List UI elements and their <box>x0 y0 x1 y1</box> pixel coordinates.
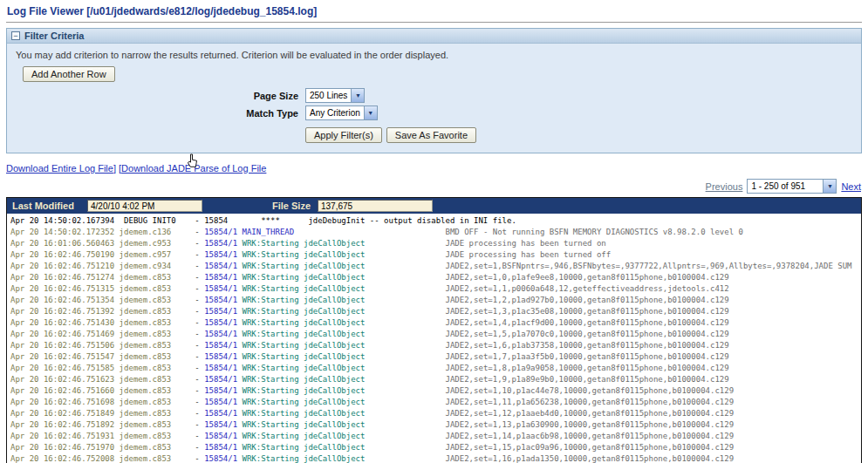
page-title: Log File Viewer [/u01/jdedwards/e812/log… <box>6 3 862 23</box>
log-line: Apr 20 16:02:46.751849 jdemem.c853 - 158… <box>10 408 861 419</box>
log-line: Apr 20 16:02:46.751210 jdemem.c934 - 158… <box>10 261 861 272</box>
log-line: Apr 20 16:02:46.751315 jdemem.c853 - 158… <box>10 283 861 295</box>
log-line: Apr 20 16:02:46.751354 jdemem.c853 - 158… <box>10 295 861 306</box>
log-line: Apr 20 16:02:46.751931 jdemem.c853 - 158… <box>10 431 861 442</box>
log-line: Apr 20 16:02:46.751660 jdemem.c853 - 158… <box>10 385 861 397</box>
save-as-favorite-button[interactable]: Save As Favorite <box>386 127 476 143</box>
pagination-bar: Previous 1 - 250 of 951 ▼ Next <box>6 178 861 194</box>
page-size-value: 250 Lines <box>306 91 351 100</box>
link-separator: ] [ <box>113 163 121 174</box>
filter-panel-header: − Filter Criteria <box>7 29 861 44</box>
log-line: Apr 20 16:02:46.752008 jdemem.c853 - 158… <box>10 453 861 463</box>
log-line: Apr 20 16:02:46.751698 jdemem.c853 - 158… <box>10 397 861 408</box>
collapse-icon[interactable]: − <box>11 31 20 40</box>
log-line: Apr 20 16:01:06.560463 jdemem.c953 - 158… <box>10 238 861 249</box>
chevron-down-icon: ▼ <box>823 180 836 193</box>
log-line: Apr 20 16:02:46.751623 jdemem.c853 - 158… <box>10 374 861 385</box>
match-type-label: Match Type <box>16 108 305 119</box>
cursor-hand-icon <box>187 153 198 168</box>
log-line: Apr 20 16:02:46.751585 jdemem.c853 - 158… <box>10 363 861 374</box>
log-line: Apr 20 16:02:46.750190 jdemem.c957 - 158… <box>10 249 861 261</box>
log-lines: Apr 20 14:50:02.167394 DEBUG INIT0 - 158… <box>7 214 861 463</box>
log-line: Apr 20 16:02:46.751469 jdemem.c853 - 158… <box>10 329 861 340</box>
chevron-down-icon: ▼ <box>364 106 377 119</box>
log-line: Apr 20 16:02:46.751892 jdemem.c853 - 158… <box>10 419 861 431</box>
filter-panel-title: Filter Criteria <box>24 31 84 41</box>
page-range-select[interactable]: 1 - 250 of 951 ▼ <box>747 179 837 194</box>
filter-panel-body: You may add criterion to narrow the resu… <box>7 44 861 153</box>
match-type-row: Match Type Any Criterion ▼ <box>16 106 852 120</box>
apply-filters-button[interactable]: Apply Filter(s) <box>305 127 382 143</box>
filter-description: You may add criterion to narrow the resu… <box>16 50 852 60</box>
download-entire-log-link[interactable]: Download Entire Log File <box>6 163 113 174</box>
last-modified-input[interactable] <box>87 200 202 212</box>
chevron-down-icon: ▼ <box>351 89 364 102</box>
match-type-select[interactable]: Any Criterion ▼ <box>305 106 378 120</box>
log-line: Apr 20 16:02:46.751392 jdemem.c853 - 158… <box>10 306 861 317</box>
log-line: Apr 20 16:02:46.751506 jdemem.c853 - 158… <box>10 340 861 351</box>
log-line: Apr 20 14:50:02.172352 jdemem.c136 - 158… <box>10 227 861 238</box>
match-type-value: Any Criterion <box>306 108 364 118</box>
file-size-input[interactable] <box>318 200 433 212</box>
log-table: Last Modified File Size Apr 20 14:50:02.… <box>6 197 862 463</box>
log-line: Apr 20 16:02:46.751547 jdemem.c853 - 158… <box>10 351 861 363</box>
log-file-viewer-page: Log File Viewer [/u01/jdedwards/e812/log… <box>0 0 868 463</box>
filter-criteria-panel: − Filter Criteria You may add criterion … <box>6 28 862 153</box>
add-another-row-button[interactable]: Add Another Row <box>23 66 115 82</box>
file-size-label: File Size <box>272 201 318 211</box>
previous-link[interactable]: Previous <box>706 181 743 192</box>
log-table-header: Last Modified File Size <box>7 198 861 214</box>
page-size-label: Page Size <box>16 91 305 101</box>
filter-buttons-row: Apply Filter(s) Save As Favorite <box>16 127 852 143</box>
log-line: Apr 20 16:02:46.751274 jdemem.c853 - 158… <box>10 272 861 283</box>
log-line: Apr 20 16:02:46.751430 jdemem.c853 - 158… <box>10 317 861 329</box>
next-link[interactable]: Next <box>841 181 861 192</box>
page-size-select[interactable]: 250 Lines ▼ <box>305 88 365 103</box>
log-line: Apr 20 14:50:02.167394 DEBUG INIT0 - 158… <box>10 215 861 227</box>
page-range-value: 1 - 250 of 951 <box>748 181 823 191</box>
log-line: Apr 20 16:02:46.751970 jdemem.c853 - 158… <box>10 442 861 453</box>
download-links-row: Download Entire Log File] [Download JADE… <box>6 163 862 175</box>
page-size-row: Page Size 250 Lines ▼ <box>16 88 852 103</box>
last-modified-label: Last Modified <box>12 201 87 211</box>
